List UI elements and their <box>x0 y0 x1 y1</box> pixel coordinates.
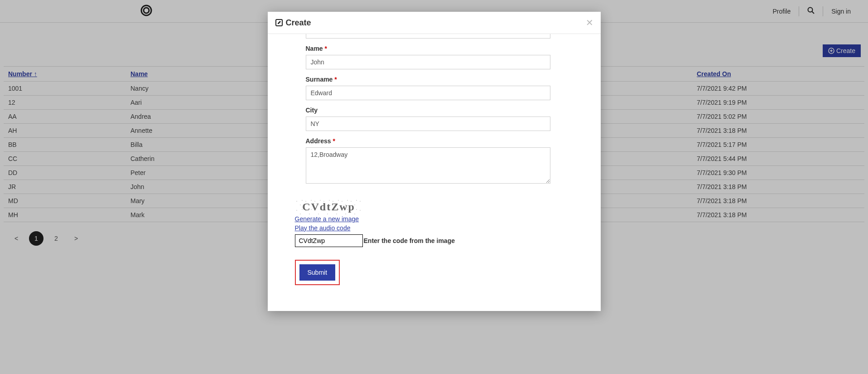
captcha-instruction: Enter the code from the image <box>364 237 455 244</box>
surname-input[interactable] <box>306 86 550 100</box>
city-input[interactable] <box>306 117 550 131</box>
edit-icon <box>275 19 283 27</box>
name-input[interactable] <box>306 55 550 69</box>
submit-highlight: Submit <box>295 260 340 285</box>
create-modal: Create ✕ 102 Name * Surname * City <box>268 12 601 311</box>
captcha-regen-link[interactable]: Generate a new image <box>295 215 579 224</box>
close-icon[interactable]: ✕ <box>586 17 593 28</box>
address-label: Address * <box>306 137 568 145</box>
captcha-input[interactable] <box>295 234 363 247</box>
city-label: City <box>306 107 568 114</box>
name-label: Name * <box>306 45 568 52</box>
submit-button[interactable]: Submit <box>299 264 336 281</box>
modal-title-text: Create <box>286 18 311 28</box>
captcha-audio-link[interactable]: Play the audio code <box>295 224 579 233</box>
modal-overlay: Create ✕ 102 Name * Surname * City <box>0 0 868 374</box>
number-input-partial[interactable]: 102 <box>306 34 550 39</box>
captcha-image: CVdtZwp <box>295 199 363 215</box>
modal-scroll[interactable]: 102 Name * Surname * City Address * 12,B… <box>268 34 601 311</box>
modal-header: Create ✕ <box>268 12 601 34</box>
address-input[interactable]: 12,Broadway <box>306 147 550 184</box>
surname-label: Surname * <box>306 76 568 83</box>
